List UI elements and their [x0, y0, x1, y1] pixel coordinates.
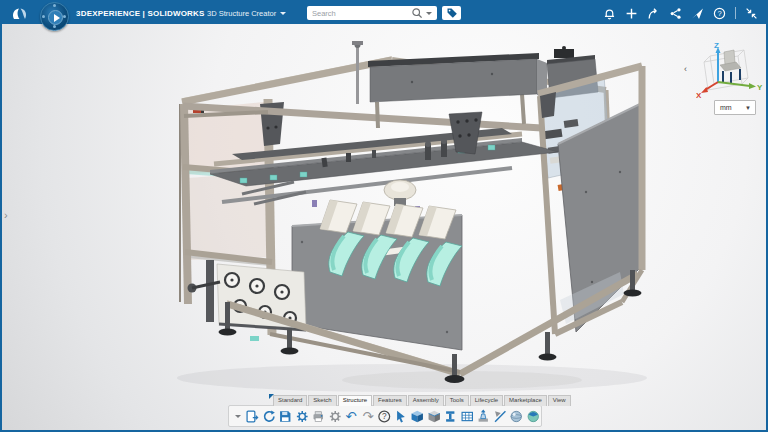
search-box	[307, 6, 437, 20]
left-panel-expander[interactable]: ›	[4, 210, 8, 220]
brand-title: 3DEXPERIENCE | SOLIDWORKS	[76, 9, 205, 18]
app-name: 3D Structure Creator	[207, 9, 276, 18]
machine-top-cabinet[interactable]	[368, 53, 547, 102]
undo-icon[interactable]	[344, 409, 359, 424]
structure-table-icon[interactable]	[460, 409, 475, 424]
options-gear-icon[interactable]	[328, 409, 343, 424]
redo-icon[interactable]	[361, 409, 376, 424]
share-icon[interactable]	[647, 7, 660, 20]
add-content-icon[interactable]	[625, 7, 638, 20]
application-window: 3DEXPERIENCE | SOLIDWORKS 3D Structure C…	[0, 0, 768, 432]
3ds-logo-icon	[10, 6, 28, 21]
notifications-bell-icon[interactable]	[603, 7, 616, 20]
tab-lifecycle[interactable]: Lifecycle	[470, 395, 503, 406]
share-network-icon[interactable]	[669, 7, 682, 20]
sphere-primitive-icon[interactable]	[509, 409, 524, 424]
action-bar-collapse-icon[interactable]	[235, 415, 241, 418]
top-bar: 3DEXPERIENCE | SOLIDWORKS 3D Structure C…	[2, 2, 766, 24]
help-icon[interactable]	[713, 7, 726, 20]
tab-structure[interactable]: Structure	[338, 395, 372, 406]
x-axis-label: X	[696, 91, 702, 100]
search-icon[interactable]	[411, 7, 423, 19]
top-bar-separator	[735, 7, 736, 19]
search-input[interactable]	[307, 9, 411, 18]
frame-member-icon[interactable]	[427, 409, 442, 424]
whats-new-jet-icon[interactable]	[691, 7, 704, 20]
top-bar-icons	[603, 2, 758, 24]
tab-sketch[interactable]: Sketch	[308, 395, 336, 406]
tab-view[interactable]: View	[548, 395, 571, 406]
help-tool-icon[interactable]	[377, 409, 392, 424]
select-tool-icon[interactable]	[394, 409, 409, 424]
action-bar-tabs: StandardSketchStructureFeaturesAssemblyT…	[273, 395, 572, 406]
compass-icon[interactable]	[40, 2, 69, 31]
units-dropdown[interactable]: mm ▼	[714, 100, 756, 115]
action-bar	[228, 405, 542, 427]
export-print-icon[interactable]	[311, 409, 326, 424]
machine-3d-model[interactable]	[162, 32, 682, 402]
tabs-accent-corner	[269, 394, 274, 399]
units-caret-icon: ▼	[745, 105, 755, 111]
update-sync-icon[interactable]	[295, 409, 310, 424]
tab-features[interactable]: Features	[373, 395, 407, 406]
tag-button[interactable]	[442, 6, 461, 20]
chevron-down-icon	[280, 12, 286, 15]
tab-tools[interactable]: Tools	[445, 395, 469, 406]
viewport[interactable]: › ‹ Z X Y	[2, 24, 768, 432]
right-panel-expander[interactable]: ‹	[684, 64, 687, 74]
y-axis-arrow	[749, 83, 756, 89]
trim-cut-icon[interactable]	[493, 409, 508, 424]
units-value: mm	[715, 104, 732, 111]
collapse-window-icon[interactable]	[745, 7, 758, 20]
z-axis-label: Z	[714, 41, 719, 50]
view-triad[interactable]: Z X Y	[696, 40, 766, 100]
y-axis-label: Y	[757, 83, 763, 92]
machine-shadow	[177, 364, 647, 392]
primitive-box-icon[interactable]	[410, 409, 425, 424]
app-switcher[interactable]: 3D Structure Creator	[207, 9, 286, 18]
tab-standard[interactable]: Standard	[273, 395, 307, 406]
tag-icon	[446, 7, 458, 19]
new-content-icon[interactable]	[245, 409, 260, 424]
search-chevron-down-icon[interactable]	[426, 12, 432, 15]
triad-chair	[720, 50, 741, 84]
extrude-icon[interactable]	[476, 409, 491, 424]
tab-marketplace[interactable]: Marketplace	[504, 395, 547, 406]
tab-assembly[interactable]: Assembly	[408, 395, 444, 406]
apply-material-icon[interactable]	[526, 409, 541, 424]
revision-history-icon[interactable]	[262, 409, 277, 424]
save-icon[interactable]	[278, 409, 293, 424]
beam-profile-icon[interactable]	[443, 409, 458, 424]
